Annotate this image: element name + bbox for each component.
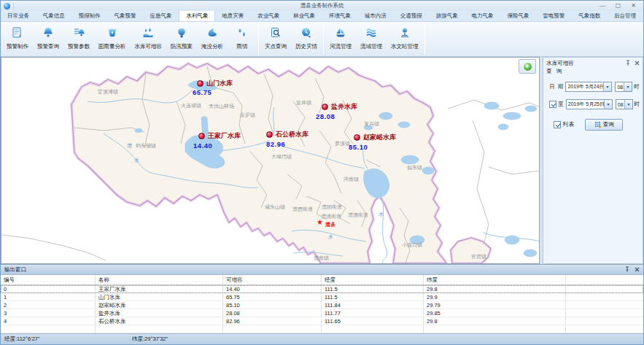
hour-to-select[interactable]: 08 xyxy=(616,99,633,109)
menu-tab-agri-weather[interactable]: 农业气象 xyxy=(251,11,287,21)
column-header[interactable]: 可增容 xyxy=(223,275,322,284)
column-header[interactable]: 名称 xyxy=(96,275,223,284)
menu-tab-weather-info[interactable]: 气象信息 xyxy=(36,11,72,21)
menu-tab-weather-warning[interactable]: 气象预警 xyxy=(108,11,144,21)
toolbar-item-river-manage[interactable]: 河流管理 xyxy=(325,22,356,56)
cell-id: 1 xyxy=(1,293,96,301)
column-header[interactable]: 经度 xyxy=(322,275,424,284)
date-from-select[interactable]: 2019年 5月24日 xyxy=(565,82,612,92)
doc-magnifier-icon xyxy=(269,24,282,42)
menu-tab-insurance-weather[interactable]: 保险气象 xyxy=(500,11,536,21)
reservoir-value: 14.40 xyxy=(193,142,212,150)
menu-bar: 日常业务 气象信息 预报制作 气象预警 应急气象 水利气象 地质灾害 农业气象 … xyxy=(1,11,643,22)
raindrops-icon xyxy=(236,24,249,42)
menu-tab-forest-weather[interactable]: 林业气象 xyxy=(287,11,322,21)
toolbar-item-hydro-station-manage[interactable]: 水文站管理 xyxy=(387,22,423,56)
close-icon[interactable]: ✕ xyxy=(631,1,636,10)
waves-icon xyxy=(365,24,378,42)
menu-tab-hydro-weather[interactable]: 水利气象 xyxy=(179,11,215,21)
table-row[interactable]: 3 盐井水库 28.08 111.77 29.85 xyxy=(1,309,643,317)
table-row[interactable]: 1 山门水库 65.75 111.5 29.9 xyxy=(1,293,643,301)
table-row[interactable]: 2 赵家峪水库 85.10 111.84 29.79 xyxy=(1,301,643,309)
chevron-down-icon[interactable] xyxy=(624,82,632,91)
menu-tab-env-weather[interactable]: 环境气象 xyxy=(322,11,358,21)
cell-latitude: 29.8 xyxy=(424,317,566,325)
map-panel[interactable]: 甘溪滩镇 火连坡镇 天供山林场 金罗镇 盐井镇 码头铺镇 复兴镇 梦溪镇 大堰垱… xyxy=(1,57,540,264)
toolbar-item-disaster-history[interactable]: 历史灾情 xyxy=(291,22,322,56)
toolbar-item-alert-create[interactable]: 预警制作 xyxy=(2,22,33,56)
toolbar-item-label: 流域管理 xyxy=(360,43,382,50)
panel-close-icon[interactable] xyxy=(635,61,640,66)
river-label: 水 xyxy=(328,233,333,241)
reservoir-marker[interactable] xyxy=(354,134,360,141)
date-to-select[interactable]: 2019年 5月25日 xyxy=(566,99,613,109)
cell-name: 王家厂水库 xyxy=(96,285,223,292)
column-header[interactable]: 编号 xyxy=(1,275,96,284)
menu-tab-traffic-forecast[interactable]: 交通预报 xyxy=(394,11,430,21)
pin-icon[interactable] xyxy=(624,266,630,273)
cell-filler xyxy=(566,317,643,325)
toolbar-item-label: 预警制作 xyxy=(7,43,28,50)
output-table-header: 编号 名称 可增容 经度 纬度 xyxy=(1,275,643,285)
reservoir-value: 82.96 xyxy=(266,140,285,148)
river-label: 水 xyxy=(134,157,139,164)
query-button-label: 查询 xyxy=(603,121,614,128)
town-label: 梦溪镇 xyxy=(335,140,350,147)
column-header[interactable]: 纬度 xyxy=(424,275,566,284)
map-canvas xyxy=(1,58,540,263)
cell-latitude: 29.85 xyxy=(424,309,566,317)
to-date-checkbox[interactable] xyxy=(549,101,556,108)
chevron-down-icon[interactable] xyxy=(603,82,611,91)
pin-icon[interactable] xyxy=(625,60,631,66)
menu-tab-urban-flood[interactable]: 城市内涝 xyxy=(358,11,394,21)
toolbar-item-rain-info[interactable]: 雨情 xyxy=(228,22,257,56)
cell-id: 0 xyxy=(1,285,96,292)
reservoir-name: 山门水库 xyxy=(206,79,233,88)
to-label: 至 xyxy=(558,101,565,108)
toolbar-item-disaster-point-query[interactable]: 灾点查询 xyxy=(260,22,291,56)
menu-tab-forecast-make[interactable]: 预报制作 xyxy=(72,11,108,21)
menu-tab-tourism-weather[interactable]: 旅游气象 xyxy=(430,11,465,21)
cell-latitude: 29.9 xyxy=(424,293,566,301)
reservoir-marker[interactable] xyxy=(198,133,205,139)
output-close-icon[interactable] xyxy=(635,267,640,272)
chevron-down-icon[interactable] xyxy=(624,100,632,109)
list-checkbox[interactable] xyxy=(554,121,561,128)
hour-suffix-label: 时 xyxy=(634,83,640,90)
town-label: 涔南镇 xyxy=(344,176,359,183)
zoom-in-button[interactable]: + xyxy=(523,62,532,71)
reservoir-marker[interactable] xyxy=(266,131,273,138)
maximize-icon[interactable]: ▢ xyxy=(616,1,621,10)
cell-name: 石公桥水库 xyxy=(96,317,223,325)
table-row-empty xyxy=(1,325,643,333)
county-map[interactable]: 甘溪滩镇 火连坡镇 天供山林场 金罗镇 盐井镇 码头铺镇 复兴镇 梦溪镇 大堰垱… xyxy=(1,58,540,263)
menu-tab-lightning-warning[interactable]: 雷电预警 xyxy=(536,11,572,21)
menu-tab-power-weather[interactable]: 电力气象 xyxy=(465,11,501,21)
table-row[interactable]: 0 王家厂水库 14.40 111.5 29.8 xyxy=(1,285,643,293)
menu-tab-geo-disaster[interactable]: 地质灾害 xyxy=(215,11,251,21)
toolbar-item-reservoir-capacity[interactable]: 水库可增容 xyxy=(131,22,167,56)
menu-tab-admin[interactable]: 后台管理 xyxy=(608,11,643,21)
toolbar-item-inundation-analysis[interactable]: 淹没分析 xyxy=(197,22,228,56)
query-button[interactable]: 查询 xyxy=(585,119,623,131)
minimize-icon[interactable]: — xyxy=(600,1,605,10)
menu-tab-daily[interactable]: 日常业务 xyxy=(1,11,36,21)
menu-tab-weather-index[interactable]: 气象指数 xyxy=(572,11,608,21)
toolbar-item-flood-plan[interactable]: 防汛预案 xyxy=(166,22,197,56)
hour-from-select[interactable]: 08 xyxy=(615,82,632,92)
reservoir-marker[interactable] xyxy=(197,80,203,87)
toolbar-item-basin-manage[interactable]: 流域管理 xyxy=(356,22,387,56)
chevron-down-icon[interactable] xyxy=(604,100,612,109)
menu-tab-emergency[interactable]: 应急气象 xyxy=(144,11,179,21)
cell-capacity: 85.10 xyxy=(223,301,322,309)
toolbar-separator xyxy=(258,23,259,55)
toolbar-item-area-rain-analysis[interactable]: 面雨量分析 xyxy=(94,22,131,56)
toolbar-item-alert-query[interactable]: 预警查询 xyxy=(33,22,63,56)
reservoir-name: 石公桥水库 xyxy=(276,130,309,139)
reservoir-marker[interactable] xyxy=(322,104,328,110)
toolbar-item-alert-params[interactable]: 预警参数 xyxy=(63,22,94,56)
town-label: 甘溪滩镇 xyxy=(98,88,118,96)
table-row[interactable]: 4 石公桥水库 82.96 111.65 29.8 xyxy=(1,317,643,325)
toolbar-item-label: 水库可增容 xyxy=(135,43,163,50)
toolbar-separator xyxy=(323,23,324,55)
